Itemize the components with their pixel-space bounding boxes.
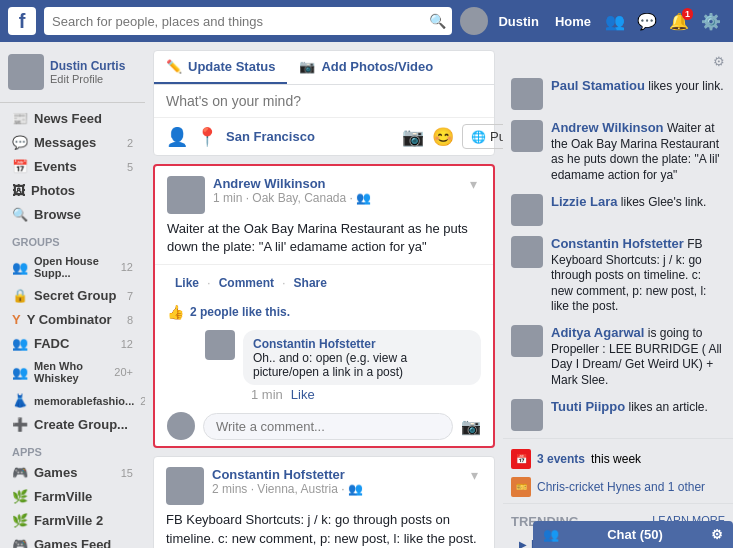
camera-footer-icon: 📷 (402, 126, 424, 148)
events-label[interactable]: 3 events (537, 452, 585, 466)
ticker-item-2[interactable]: Andrew Wilkinson Waiter at the Oak Bay M… (503, 115, 733, 189)
messages-count: 2 (127, 137, 133, 149)
events-section: 📅 3 events this week 🎫 Chris-cricket Hyn… (503, 445, 733, 501)
sidebar-item-browse[interactable]: 🔍 Browse (4, 203, 141, 226)
likes-count-1[interactable]: 2 people like this. (190, 305, 290, 319)
sidebar-item-gamesfeed[interactable]: 🎮 Games Feed (4, 533, 141, 548)
reply-author-1[interactable]: Constantin Hofstetter (253, 337, 376, 351)
sidebar-item-memorable[interactable]: 👗 memorablefashio... 20+ (4, 389, 141, 412)
location-footer-icon: 📍 (196, 126, 218, 148)
sidebar-item-label: Men Who Whiskey (34, 360, 108, 384)
emoji-footer-icon: 😊 (432, 126, 454, 148)
ticker-avatar-6 (511, 399, 543, 431)
thumbs-up-icon: 👍 (167, 304, 184, 320)
ticker-avatar-4 (511, 236, 543, 268)
chat-bar[interactable]: 👥 Chat (50) ⚙ (533, 521, 733, 548)
sidebar-item-open-house[interactable]: 👥 Open House Supp... 12 (4, 251, 141, 283)
comment-photo-icon[interactable]: 📷 (461, 417, 481, 436)
ticker-text-4: Constantin Hofstetter FB Keyboard Shortc… (551, 236, 725, 315)
nav-settings-button[interactable]: ⚙️ (697, 8, 725, 35)
apps-section: 🎮 Games 15 🌿 FarmVille 🌿 FarmVille 2 🎮 G… (0, 461, 145, 548)
nav-messages-button[interactable]: 💬 (633, 8, 661, 35)
ticker-header: ⚙ (503, 50, 733, 73)
location-input[interactable] (226, 129, 394, 144)
post-options-icon[interactable]: ▾ (466, 176, 481, 192)
sidebar-item-photos[interactable]: 🖼 Photos (4, 179, 141, 202)
profile-name[interactable]: Dustin Curtis (50, 59, 125, 73)
ticker-item-1[interactable]: Paul Stamatiou likes your link. (503, 73, 733, 115)
feed-center: ✏️ Update Status 📷 Add Photos/Video 👤 📍 (145, 42, 503, 548)
sidebar-item-farmville2[interactable]: 🌿 FarmVille 2 (4, 509, 141, 532)
events-sub-text[interactable]: Chris-cricket Hynes and 1 other (537, 480, 705, 494)
sidebar-nav-section: 📰 News Feed 💬 Messages 2 📅 Events 5 🖼 Ph… (0, 107, 145, 226)
gamesfeed-icon: 🎮 (12, 537, 28, 548)
profile-avatar (8, 54, 44, 90)
post-actions-1: Like · Comment · Share (155, 264, 493, 300)
events-sub-item: 🎫 Chris-cricket Hynes and 1 other (503, 473, 733, 501)
comment-input-1[interactable] (203, 413, 453, 440)
nav-username[interactable]: Dustin (492, 10, 544, 33)
group-count: 7 (127, 290, 133, 302)
group-count: 12 (121, 261, 133, 273)
ticker-text-2: Andrew Wilkinson Waiter at the Oak Bay M… (551, 120, 725, 184)
facebook-logo[interactable]: f (8, 7, 36, 35)
search-button[interactable]: 🔍 (429, 13, 446, 29)
trending-arrow-icon: ▶ (519, 539, 527, 548)
profile-edit-link[interactable]: Edit Profile (50, 73, 125, 85)
group-count: 20+ (114, 366, 133, 378)
chat-label: Chat (50) (607, 527, 663, 542)
sidebar-divider-1 (0, 102, 145, 103)
share-button-1[interactable]: Share (286, 269, 335, 296)
ticker-item-4[interactable]: Constantin Hofstetter FB Keyboard Shortc… (503, 231, 733, 320)
ticker-item-5[interactable]: Aditya Agarwal is going to Propeller : L… (503, 320, 733, 394)
sidebar-item-games[interactable]: 🎮 Games 15 (4, 461, 141, 484)
update-status-tab[interactable]: ✏️ Update Status (154, 51, 287, 84)
create-group-icon: ➕ (12, 417, 28, 432)
post-header-2: Constantin Hofstetter 2 mins · Vienna, A… (154, 457, 494, 511)
comment-button-1[interactable]: Comment (211, 269, 282, 296)
search-input[interactable] (44, 7, 452, 35)
status-input-area (154, 85, 494, 117)
nav-home-button[interactable]: Home (549, 10, 597, 33)
status-compose-box: ✏️ Update Status 📷 Add Photos/Video 👤 📍 (153, 50, 495, 156)
post-options-icon-2[interactable]: ▾ (467, 467, 482, 483)
nav-user: Dustin (460, 7, 544, 35)
events-week: this week (591, 452, 641, 466)
ticker-text-5: Aditya Agarwal is going to Propeller : L… (551, 325, 725, 389)
nav-friend-requests-button[interactable]: 👥 (601, 8, 629, 35)
post-body-2: FB Keyboard Shortcuts: j / k: go through… (154, 511, 494, 548)
sidebar-item-news-feed[interactable]: 📰 News Feed (4, 107, 141, 130)
sidebar-item-men-who-whiskey[interactable]: 👥 Men Who Whiskey 20+ (4, 356, 141, 388)
post-card-1: Andrew Wilkinson 1 min · Oak Bay, Canada… (153, 164, 495, 448)
reply-like-action[interactable]: Like (291, 387, 315, 402)
sidebar-item-y-combinator[interactable]: Y Y Combinator 8 (4, 308, 141, 331)
events-sub-icon: 🎫 (511, 477, 531, 497)
sidebar-item-create-group[interactable]: ➕ Create Group... (4, 413, 141, 436)
ticker-avatar-1 (511, 78, 543, 110)
audience-selector[interactable]: 🌐 Public ▾ (462, 124, 503, 149)
sidebar-item-events[interactable]: 📅 Events 5 (4, 155, 141, 178)
post-avatar-2 (166, 467, 204, 505)
status-input[interactable] (166, 93, 482, 109)
ticker-item-3[interactable]: Lizzie Lara likes Glee's link. (503, 189, 733, 231)
sidebar-item-farmville[interactable]: 🌿 FarmVille (4, 485, 141, 508)
sidebar-item-label: memorablefashio... (34, 395, 134, 407)
groups-section: 👥 Open House Supp... 12 🔒 Secret Group 7… (0, 251, 145, 436)
post-meta-2: 2 mins · Vienna, Austria · 👥 (212, 482, 459, 496)
sidebar-item-label: Y Combinator (27, 312, 112, 327)
post-author-1[interactable]: Andrew Wilkinson (213, 176, 326, 191)
sidebar-item-label: Events (34, 159, 77, 174)
sidebar-item-messages[interactable]: 💬 Messages 2 (4, 131, 141, 154)
sidebar-item-secret-group[interactable]: 🔒 Secret Group 7 (4, 284, 141, 307)
ticker-settings-icon[interactable]: ⚙ (713, 54, 725, 69)
sidebar-left: Dustin Curtis Edit Profile 📰 News Feed 💬… (0, 42, 145, 548)
sidebar-item-label: Browse (34, 207, 81, 222)
group-icon: 👥 (12, 260, 28, 275)
ticker-item-6[interactable]: Tuuti Piippo likes an article. (503, 394, 733, 436)
post-author-2[interactable]: Constantin Hofstetter (212, 467, 345, 482)
sidebar-item-label: FADC (34, 336, 69, 351)
add-photos-tab[interactable]: 📷 Add Photos/Video (287, 51, 445, 84)
sidebar-item-fadc[interactable]: 👥 FADC 12 (4, 332, 141, 355)
like-button-1[interactable]: Like (167, 269, 207, 296)
nav-notifications-button[interactable]: 🔔 1 (665, 8, 693, 35)
